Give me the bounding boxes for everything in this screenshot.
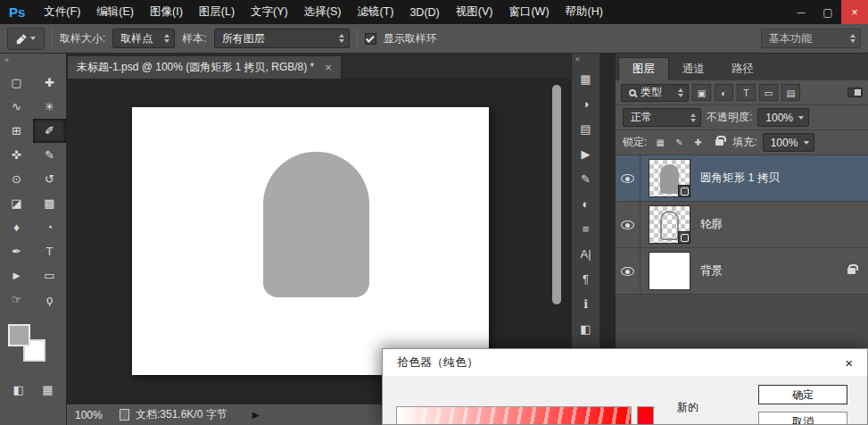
- hue-slider[interactable]: [637, 406, 654, 425]
- layer-filter-select[interactable]: 类型: [621, 84, 689, 102]
- zoom-tool[interactable]: ϙ: [33, 288, 66, 312]
- lock-position-icon[interactable]: ✚: [690, 135, 706, 150]
- show-sampling-ring-checkbox[interactable]: [365, 33, 376, 45]
- screen-mode-button[interactable]: ▦: [37, 379, 58, 399]
- quick-mask-button[interactable]: ◧: [8, 379, 29, 399]
- lock-transparent-pixels-icon[interactable]: ▦: [652, 135, 668, 150]
- layer-thumbnail[interactable]: [649, 205, 690, 244]
- panel-tab[interactable]: 通道: [669, 57, 718, 80]
- foreground-color-swatch[interactable]: [8, 324, 30, 346]
- layer-visibility-toggle[interactable]: [616, 202, 641, 247]
- zoom-level-field[interactable]: 100%: [75, 409, 109, 421]
- status-options-arrow-icon[interactable]: ▶: [252, 410, 260, 420]
- minimize-button[interactable]: ─: [788, 0, 814, 24]
- menu-item[interactable]: 滤镜(T): [349, 0, 401, 24]
- menu-item[interactable]: 图像(I): [142, 0, 191, 24]
- menu-item[interactable]: 选择(S): [296, 0, 350, 24]
- brush-panel-icon[interactable]: ✎: [575, 168, 598, 190]
- actions-panel-icon[interactable]: ▶: [575, 143, 598, 165]
- menu-item[interactable]: 视图(V): [448, 0, 501, 24]
- dialog-title-bar[interactable]: 拾色器（纯色） ×: [383, 349, 867, 376]
- layer-name[interactable]: 轮廓: [700, 217, 723, 232]
- type-tool[interactable]: T: [33, 239, 66, 263]
- panel-tab[interactable]: 图层: [618, 57, 669, 80]
- styles-panel-icon[interactable]: ▤: [575, 118, 598, 140]
- menu-item[interactable]: 帮助(H): [558, 0, 611, 24]
- blur-tool[interactable]: ♦: [0, 215, 33, 239]
- rounded-rectangle-shape: [263, 152, 369, 297]
- gradient-tool[interactable]: ▩: [33, 191, 66, 215]
- layer-comps-panel-icon[interactable]: ≡: [575, 218, 598, 240]
- layer-name[interactable]: 圆角矩形 1 拷贝: [700, 171, 780, 186]
- histogram-panel-icon[interactable]: ◧: [575, 318, 598, 340]
- rectangular-marquee-tool[interactable]: ▢: [0, 71, 33, 95]
- clone-stamp-tool[interactable]: ⊙: [0, 167, 33, 191]
- layer-thumbnail[interactable]: [649, 252, 690, 290]
- layer-visibility-toggle[interactable]: [616, 248, 641, 294]
- sample-size-select[interactable]: 取样点: [112, 29, 175, 48]
- restore-button[interactable]: ▢: [814, 0, 841, 24]
- fill-field[interactable]: 100%: [763, 133, 814, 152]
- hand-tool[interactable]: ☞: [0, 288, 33, 312]
- filter-adjustment-layers-icon[interactable]: ◐: [715, 84, 733, 101]
- filter-shape-layers-icon[interactable]: ▭: [759, 84, 778, 101]
- layer-row-rounded-rect-copy[interactable]: 圆角矩形 1 拷贝: [616, 155, 868, 202]
- move-tool[interactable]: ✚: [33, 71, 66, 95]
- dodge-tool[interactable]: ◔: [33, 215, 66, 239]
- menu-item[interactable]: 3D(D): [401, 0, 447, 24]
- sample-select[interactable]: 所有图层: [214, 29, 350, 48]
- close-button[interactable]: ×: [841, 0, 868, 24]
- color-panel-icon[interactable]: ◑: [575, 93, 598, 115]
- menu-item[interactable]: 窗口(W): [500, 0, 557, 24]
- filter-pixel-layers-icon[interactable]: ▣: [692, 84, 711, 101]
- menu-item[interactable]: 文件(F): [36, 0, 88, 24]
- eyedropper-tool[interactable]: ✐: [33, 119, 66, 143]
- layer-name[interactable]: 背景: [700, 263, 723, 279]
- history-brush-tool[interactable]: ↺: [33, 167, 66, 191]
- collapse-toolbar-button[interactable]: «: [0, 54, 66, 66]
- collapse-dock-button[interactable]: «: [572, 54, 580, 66]
- workspace-switcher[interactable]: 基本功能: [761, 29, 861, 48]
- brush-tool[interactable]: ✎: [33, 143, 66, 167]
- lock-image-pixels-icon[interactable]: ✎: [671, 135, 687, 150]
- opacity-field[interactable]: 100%: [757, 108, 809, 127]
- shape-tool[interactable]: ▭: [33, 263, 66, 288]
- info-panel-icon[interactable]: ℹ: [575, 293, 598, 315]
- crop-tool[interactable]: ⊞: [0, 119, 33, 143]
- menu-item[interactable]: 图层(L): [191, 0, 243, 24]
- menu-item[interactable]: 文字(Y): [243, 0, 296, 24]
- healing-brush-tool[interactable]: ✜: [0, 143, 33, 167]
- lock-all-icon[interactable]: [711, 135, 727, 150]
- filter-type-layers-icon[interactable]: T: [737, 84, 756, 101]
- tab-close-icon[interactable]: ×: [325, 61, 332, 74]
- quick-selection-tool[interactable]: ✳: [33, 95, 66, 119]
- layer-thumbnail[interactable]: [649, 159, 690, 197]
- eraser-tool[interactable]: ◪: [0, 191, 33, 215]
- menu-item[interactable]: 编辑(E): [88, 0, 142, 24]
- vertical-scrollbar[interactable]: [552, 85, 561, 304]
- swatches-panel-icon[interactable]: ▦: [575, 68, 598, 90]
- lasso-tool[interactable]: ∿: [0, 95, 33, 119]
- path-selection-tool[interactable]: ►: [0, 263, 33, 288]
- document-tab[interactable]: 未标题-1.psd @ 100% (圆角矩形 1 拷贝, RGB/8) * ×: [67, 55, 342, 79]
- caret-icon: [798, 116, 804, 120]
- layer-visibility-toggle[interactable]: [616, 155, 641, 201]
- tool-preset-button[interactable]: [7, 28, 45, 50]
- adjustments-panel-icon[interactable]: ◐: [575, 193, 598, 215]
- new-color-label: 新的: [677, 400, 699, 415]
- updown-arrows-icon: [157, 34, 169, 43]
- layer-row-outline[interactable]: 轮廓: [616, 202, 868, 248]
- pen-tool[interactable]: ✒: [0, 239, 33, 263]
- character-panel-icon[interactable]: A|: [575, 243, 598, 265]
- cancel-button[interactable]: 取消: [758, 412, 847, 425]
- blend-mode-select[interactable]: 正常: [623, 108, 701, 127]
- document-canvas[interactable]: [132, 107, 489, 375]
- layer-row-background[interactable]: 背景: [616, 248, 868, 295]
- panel-tab[interactable]: 路径: [718, 57, 767, 80]
- color-field[interactable]: [396, 406, 632, 425]
- ok-button[interactable]: 确定: [758, 385, 847, 404]
- filter-active-toggle[interactable]: [847, 88, 863, 97]
- filter-smart-objects-icon[interactable]: ▤: [781, 84, 800, 101]
- paragraph-panel-icon[interactable]: ¶: [575, 268, 598, 290]
- dialog-close-button[interactable]: ×: [845, 355, 853, 371]
